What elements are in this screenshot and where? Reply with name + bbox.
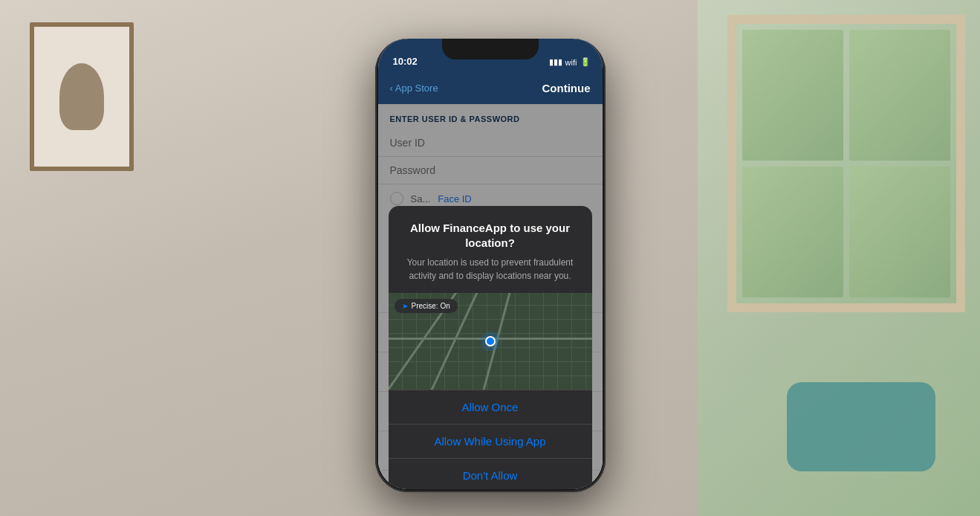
wall-art (34, 27, 129, 167)
allow-while-using-button[interactable]: Allow While Using App (389, 424, 592, 458)
allow-once-button[interactable]: Allow Once (389, 390, 592, 424)
art-shape (59, 63, 104, 130)
dialog-header: Allow FinanceApp to use your location? Y… (389, 206, 592, 293)
dialog-title: Allow FinanceApp to use your location? (400, 221, 580, 250)
signal-icon: ▮▮▮ (549, 57, 562, 67)
battery-icon: 🔋 (580, 57, 591, 67)
back-button[interactable]: ‹ App Store (390, 83, 438, 94)
phone-notch (442, 39, 539, 59)
wall-art-frame (30, 22, 134, 171)
precise-arrow-icon: ➤ (402, 302, 408, 310)
dont-allow-button[interactable]: Don't Allow (389, 458, 592, 489)
precise-badge: ➤ Precise: On (395, 299, 458, 313)
precise-label: Precise: On (412, 302, 450, 310)
status-icons: ▮▮▮ wifi 🔋 (549, 48, 591, 67)
wifi-icon: wifi (565, 58, 577, 67)
cushion (787, 382, 935, 471)
back-chevron-icon: ‹ (390, 83, 393, 94)
permission-dialog: Allow FinanceApp to use your location? Y… (389, 206, 592, 489)
window-pane-2 (849, 30, 950, 161)
nav-bar: ‹ App Store Continue (378, 71, 603, 104)
hand-container: 10:02 ▮▮▮ wifi 🔋 ‹ App Store Continue (305, 0, 676, 516)
phone-screen: 10:02 ▮▮▮ wifi 🔋 ‹ App Store Continue (378, 39, 603, 489)
back-label: App Store (395, 83, 438, 94)
window-frame (727, 15, 965, 312)
nav-continue-button[interactable]: Continue (438, 82, 591, 94)
location-dot (485, 336, 496, 346)
window-pane-1 (742, 30, 843, 161)
location-map: ➤ Precise: On (389, 293, 592, 390)
scene-container: 10:02 ▮▮▮ wifi 🔋 ‹ App Store Continue (267, 0, 713, 516)
dialog-body: Your location is used to prevent fraudul… (400, 256, 580, 283)
window-pane-4 (849, 167, 950, 297)
window-pane-3 (742, 167, 843, 297)
phone: 10:02 ▮▮▮ wifi 🔋 ‹ App Store Continue (375, 39, 606, 492)
